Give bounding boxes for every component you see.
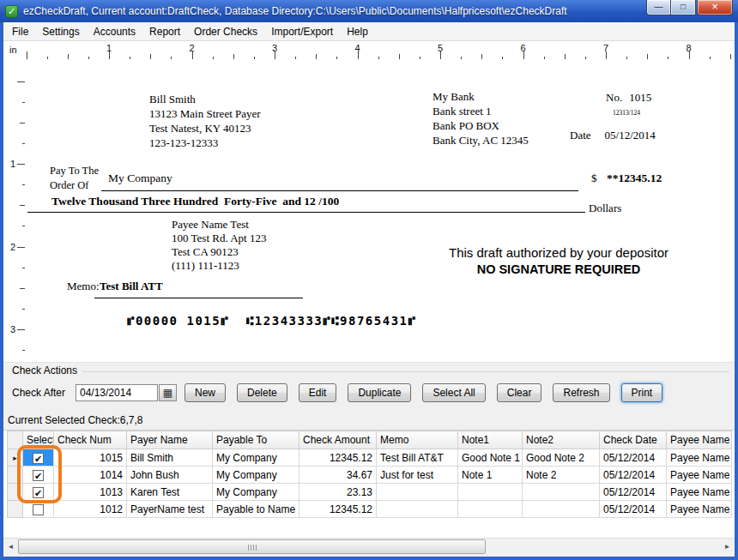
cell-check-num[interactable]: 1014 [54,467,127,484]
table-row[interactable]: ✔1013Karen TestMy Company23.1305/12/2014… [8,484,732,501]
ruler-tick [565,54,566,59]
window-title: ezCheckDraft, Current account:DraftCheck… [23,5,733,17]
table-row[interactable]: 1012PayerName testPayable to Name12345.1… [8,501,732,518]
cell-payee-name[interactable]: Payee Name [667,484,732,501]
col-header-payee-name[interactable]: Payee Name [667,431,732,449]
scroll-left-arrow-icon[interactable]: ◄ [3,539,18,555]
row-checkbox-checked[interactable]: ✔ [33,453,44,464]
col-header-check-num[interactable]: Check Num [54,431,127,449]
cell-note2[interactable] [523,501,600,518]
clear-button[interactable]: Clear [497,383,542,402]
row-checkbox-unchecked[interactable] [33,504,44,515]
refresh-button[interactable]: Refresh [553,383,609,402]
col-header-memo[interactable]: Memo [377,431,458,449]
ruler-tick [668,57,668,59]
row-checkbox-checked[interactable]: ✔ [33,487,44,498]
cell-note2[interactable] [523,484,600,501]
ruler-tick [730,54,731,59]
cell-note1[interactable] [458,484,523,501]
col-header-select[interactable]: Select [23,431,54,449]
cell-memo[interactable] [377,484,458,501]
ruler-tick [22,226,25,226]
menu-help[interactable]: Help [340,23,375,40]
menu-settings[interactable]: Settings [35,23,86,40]
ruler-tick [647,54,648,59]
menu-order-checks[interactable]: Order Checks [187,23,264,40]
ruler-mark: 5 [438,43,443,53]
cell-memo[interactable] [377,501,458,518]
cell-note1[interactable]: Note 1 [458,467,523,484]
cell-payee-name[interactable]: Payee Name [667,501,732,518]
table-row[interactable]: ▸✔1015Bill SmithMy Company12345.12Test B… [8,449,732,467]
print-button[interactable]: Print [621,383,663,402]
row-indicator [8,501,23,518]
cell-note1[interactable] [458,501,523,518]
cell-check-num[interactable]: 1015 [54,449,127,467]
check-number-label: No. [606,91,622,105]
cell-payee-name[interactable]: Payee Name [667,449,732,467]
scroll-thumb[interactable] [18,539,486,554]
menu-accounts[interactable]: Accounts [87,23,142,40]
cell-payee-name[interactable]: Payee Name [667,467,732,484]
authorization-block: This draft authorized by your depositor … [419,245,699,276]
select-cell[interactable]: ✔ [23,484,54,501]
scroll-right-arrow-icon[interactable]: ► [720,539,735,555]
select-cell[interactable]: ✔ [23,449,54,467]
minimize-button[interactable]: — [646,0,671,15]
horizontal-scrollbar[interactable]: ◄ ► [3,538,735,555]
cell-note2[interactable]: Good Note 2 [523,449,600,467]
cell-check-date[interactable]: 05/12/2014 [600,484,667,501]
cell-check-date[interactable]: 05/12/2014 [600,449,667,467]
ruler-tick [171,57,172,59]
close-button[interactable]: × [697,0,733,15]
calendar-button[interactable]: ▦ [159,384,177,401]
select-cell[interactable] [23,501,54,518]
title-bar: ✓ ezCheckDraft, Current account:DraftChe… [0,0,738,22]
cell-payable-to[interactable]: My Company [213,449,299,467]
col-header-check-date[interactable]: Check Date [600,431,667,449]
ruler-tick [710,57,711,59]
ruler-tick [22,184,25,185]
cell-check-date[interactable]: 05/12/2014 [600,501,667,518]
col-header-payable-to[interactable]: Payable To [213,431,299,449]
col-header-payer-name[interactable]: Payer Name [127,431,213,449]
maximize-button[interactable]: □ [671,0,696,15]
ruler-tick [254,57,255,59]
menu-file[interactable]: File [5,23,35,40]
check-after-input[interactable] [76,384,158,401]
memo-label: Memo: [67,280,100,293]
col-header-note2[interactable]: Note2 [523,431,600,449]
cell-payable-to[interactable]: My Company [213,467,299,484]
menu-import-export[interactable]: Import/Export [264,23,340,40]
cell-payer-name[interactable]: PayerName test [127,501,213,518]
cell-check-date[interactable]: 05/12/2014 [600,467,667,484]
cell-memo[interactable]: Just for test [377,467,458,484]
cell-payable-to[interactable]: Payable to Name [213,501,299,518]
col-header-check-amount[interactable]: Check Amount [299,431,377,449]
select-cell[interactable]: ✔ [23,467,54,484]
cell-payable-to[interactable]: My Company [213,484,299,501]
cell-check-num[interactable]: 1012 [54,501,127,518]
cell-payer-name[interactable]: Bill Smith [127,449,213,467]
cell-payer-name[interactable]: Karen Test [127,484,213,501]
delete-button[interactable]: Delete [237,383,287,402]
cell-payer-name[interactable]: John Bush [127,467,213,484]
cell-check-amount[interactable]: 34.67 [299,467,377,484]
duplicate-button[interactable]: Duplicate [348,383,411,402]
cell-note1[interactable]: Good Note 1 [458,449,523,467]
ruler-tick [17,81,25,82]
cell-memo[interactable]: Test Bill AT&T [377,449,458,467]
row-checkbox-checked[interactable]: ✔ [33,470,44,481]
cell-check-num[interactable]: 1013 [54,484,127,501]
new-button[interactable]: New [184,383,226,402]
edit-button[interactable]: Edit [299,383,337,402]
cell-check-amount[interactable]: 12345.12 [299,501,377,518]
cell-check-amount[interactable]: 23.13 [299,484,377,501]
select-all-button[interactable]: Select All [422,383,485,402]
ruler-mark: 3 [10,324,15,334]
cell-note2[interactable]: Note 2 [523,467,600,484]
cell-check-amount[interactable]: 12345.12 [299,449,377,467]
menu-report[interactable]: Report [142,23,187,40]
col-header-note1[interactable]: Note1 [458,431,523,449]
table-row[interactable]: ✔1014John BushMy Company34.67Just for te… [8,467,732,484]
